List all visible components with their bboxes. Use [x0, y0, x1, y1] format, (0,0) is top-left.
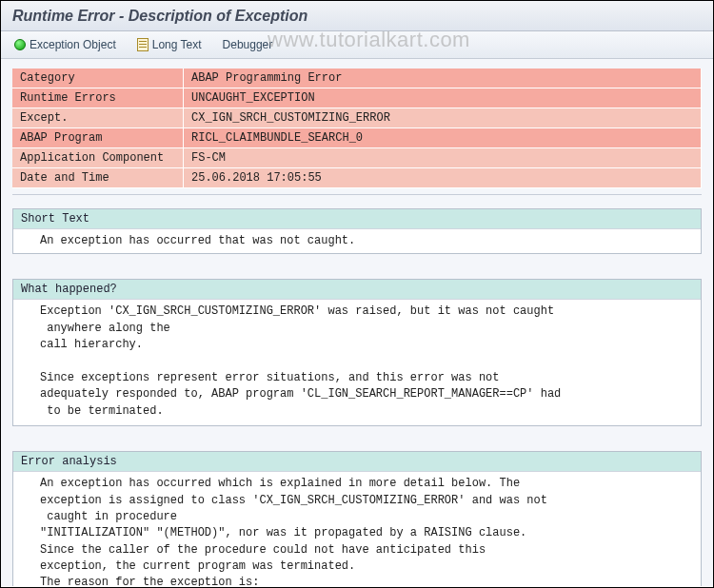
short-text-header: Short Text	[13, 209, 701, 229]
exception-object-button[interactable]: Exception Object	[10, 36, 120, 53]
info-value: CX_IGN_SRCH_CUSTOMIZING_ERROR	[184, 108, 702, 128]
debugger-label: Debugger	[223, 38, 273, 51]
what-happened-panel: What happened? Exception 'CX_IGN_SRCH_CU…	[12, 279, 702, 426]
long-text-button[interactable]: Long Text	[133, 36, 206, 53]
short-text-body: An exception has occurred that was not c…	[13, 229, 701, 253]
divider	[12, 194, 702, 195]
long-text-label: Long Text	[152, 38, 202, 51]
titlebar: Runtime Error - Description of Exception	[1, 1, 713, 31]
info-value: RICL_CLAIMBUNDLE_SEARCH_0	[184, 128, 702, 148]
status-ok-icon	[14, 39, 26, 50]
info-label: ABAP Program	[12, 128, 184, 148]
info-value: 25.06.2018 17:05:55	[184, 168, 702, 188]
info-label: Application Component	[12, 148, 184, 168]
what-happened-header: What happened?	[13, 280, 701, 300]
page-title: Runtime Error - Description of Exception	[12, 8, 702, 25]
toolbar: Exception Object Long Text Debugger	[1, 31, 713, 59]
short-text-panel: Short Text An exception has occurred tha…	[12, 208, 702, 254]
info-label: Runtime Errors	[12, 88, 184, 108]
info-label: Except.	[12, 108, 184, 128]
document-icon	[137, 38, 149, 51]
debugger-button[interactable]: Debugger	[219, 36, 277, 53]
info-table: CategoryABAP Programming ErrorRuntime Er…	[12, 69, 702, 188]
info-label: Date and Time	[12, 168, 184, 188]
exception-object-label: Exception Object	[30, 38, 116, 51]
error-analysis-header: Error analysis	[13, 452, 701, 472]
error-analysis-body: An exception has occurred which is expla…	[13, 472, 701, 586]
content-area: CategoryABAP Programming ErrorRuntime Er…	[1, 59, 713, 586]
info-value: FS-CM	[184, 148, 702, 168]
info-value: UNCAUGHT_EXCEPTION	[184, 88, 702, 108]
error-analysis-panel: Error analysis An exception has occurred…	[12, 451, 702, 586]
info-label: Category	[12, 69, 184, 88]
what-happened-body: Exception 'CX_IGN_SRCH_CUSTOMIZING_ERROR…	[13, 300, 701, 425]
info-value: ABAP Programming Error	[184, 69, 702, 88]
